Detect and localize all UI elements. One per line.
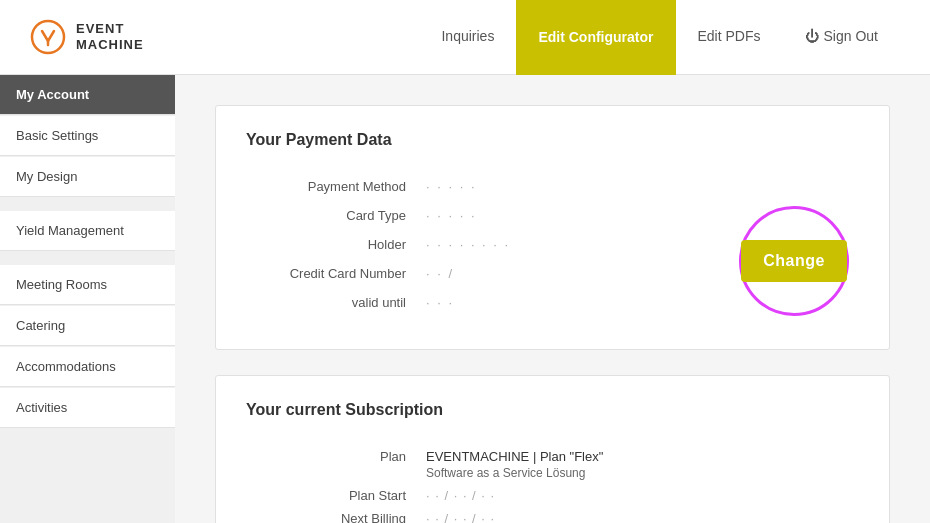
plan-value-block: EVENTMACHINE | Plan "Flex" Software as a… [426, 449, 603, 480]
sidebar-item-accommodations[interactable]: Accommodations [0, 347, 175, 387]
sidebar-group-yield: Yield Management [0, 211, 175, 251]
power-icon: ⏻ [805, 28, 819, 44]
logo-text: EVENT MACHINE [76, 21, 144, 52]
main-content: Your Payment Data Payment Method · · · ·… [175, 75, 930, 523]
next-billing-row: Next Billing · · / · · / · · [246, 511, 859, 523]
sidebar-item-catering[interactable]: Catering [0, 306, 175, 346]
card-type-label: Card Type [246, 208, 426, 223]
holder-label: Holder [246, 237, 426, 252]
credit-card-label: Credit Card Number [246, 266, 426, 281]
sidebar-gap-1 [0, 199, 175, 211]
header: EVENT MACHINE Inquiries Edit Configurato… [0, 0, 930, 75]
sidebar-item-my-design[interactable]: My Design [0, 157, 175, 197]
layout: My Account Basic Settings My Design Yiel… [0, 75, 930, 523]
nav-tabs: Inquiries Edit Configurator Edit PDFs ⏻ … [419, 0, 900, 75]
sidebar: My Account Basic Settings My Design Yiel… [0, 75, 175, 523]
svg-point-0 [32, 21, 64, 53]
payment-method-value: · · · · · [426, 179, 477, 194]
card-type-value: · · · · · [426, 208, 477, 223]
change-highlight-circle: Change [739, 206, 849, 316]
sidebar-group-account: My Account Basic Settings My Design [0, 75, 175, 197]
plan-start-value: · · / · · / · · [426, 488, 495, 503]
sidebar-item-yield-management[interactable]: Yield Management [0, 211, 175, 251]
next-billing-label: Next Billing [246, 511, 426, 523]
logo: EVENT MACHINE [30, 19, 144, 55]
subscription-card: Your current Subscription Plan EVENTMACH… [215, 375, 890, 523]
payment-method-row: Payment Method · · · · · [246, 179, 859, 194]
sidebar-gap-2 [0, 253, 175, 265]
tab-edit-pdfs[interactable]: Edit PDFs [676, 0, 783, 75]
tab-inquiries[interactable]: Inquiries [419, 0, 516, 75]
logo-icon [30, 19, 66, 55]
tab-edit-configurator[interactable]: Edit Configurator [516, 0, 675, 75]
sidebar-group-rooms: Meeting Rooms Catering Accommodations Ac… [0, 265, 175, 428]
plan-label: Plan [246, 449, 426, 480]
valid-until-label: valid until [246, 295, 426, 310]
plan-value: EVENTMACHINE | Plan "Flex" [426, 449, 603, 464]
holder-value: · · · · · · · · [426, 237, 510, 252]
plan-row: Plan EVENTMACHINE | Plan "Flex" Software… [246, 449, 859, 480]
payment-method-label: Payment Method [246, 179, 426, 194]
sidebar-item-basic-settings[interactable]: Basic Settings [0, 116, 175, 156]
payment-card-title: Your Payment Data [246, 131, 859, 159]
subscription-card-title: Your current Subscription [246, 401, 859, 429]
sidebar-item-activities[interactable]: Activities [0, 388, 175, 428]
change-button[interactable]: Change [741, 240, 847, 282]
sidebar-item-meeting-rooms[interactable]: Meeting Rooms [0, 265, 175, 305]
payment-card: Your Payment Data Payment Method · · · ·… [215, 105, 890, 350]
plan-start-label: Plan Start [246, 488, 426, 503]
valid-until-value: · · · [426, 295, 454, 310]
next-billing-value: · · / · · / · · [426, 511, 495, 523]
credit-card-value: · · / [426, 266, 454, 281]
plan-description: Software as a Service Lösung [426, 466, 603, 480]
tab-sign-out[interactable]: ⏻ Sign Out [783, 0, 900, 75]
change-button-wrapper: Change [739, 206, 849, 316]
plan-start-row: Plan Start · · / · · / · · [246, 488, 859, 503]
sidebar-item-my-account[interactable]: My Account [0, 75, 175, 115]
